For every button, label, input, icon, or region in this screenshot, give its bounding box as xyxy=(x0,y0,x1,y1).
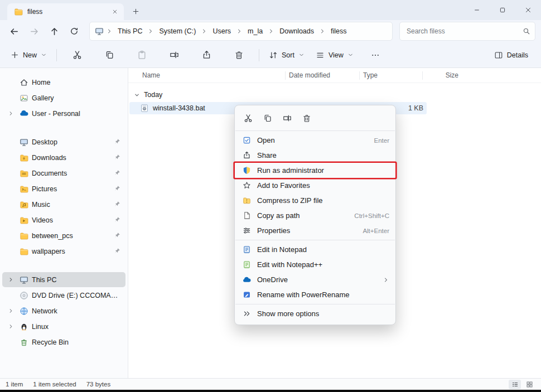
context-menu-item-add-to-favorites[interactable]: Add to Favorites xyxy=(235,178,395,193)
delete-button[interactable] xyxy=(299,110,315,126)
open-icon xyxy=(242,136,251,145)
column-headers: Name Date modified Type Size xyxy=(128,68,541,83)
copy-icon xyxy=(263,114,272,123)
new-button[interactable]: New xyxy=(6,46,52,65)
linux-penguin-icon xyxy=(19,322,28,331)
folder-icon xyxy=(19,215,28,225)
rename-button[interactable] xyxy=(158,46,190,65)
this-pc-icon xyxy=(19,275,28,284)
expand-chevron-icon[interactable] xyxy=(6,275,16,284)
details-pane-button[interactable]: Details xyxy=(489,46,533,65)
sidebar-item-linux[interactable]: Linux xyxy=(2,319,125,334)
folder-icon xyxy=(19,246,28,256)
sidebar-item-pictures[interactable]: Pictures xyxy=(2,181,125,196)
expand-chevron-icon[interactable] xyxy=(6,109,16,118)
search-icon xyxy=(523,27,530,35)
context-menu-item-onedrive[interactable]: OneDrive xyxy=(235,272,395,287)
status-bar: 1 item 1 item selected 73 bytes xyxy=(0,378,541,390)
navigation-pane: Home Gallery User - Personal Desktop xyxy=(0,68,128,378)
sidebar-item-between-pcs[interactable]: between_pcs xyxy=(2,228,125,243)
breadcrumb-item-system-c[interactable]: System (C:) xyxy=(156,26,199,37)
copy-button[interactable] xyxy=(260,110,276,126)
breadcrumb-item-filess[interactable]: filess xyxy=(328,26,349,37)
context-menu-item-open[interactable]: Open Enter xyxy=(235,133,395,148)
tab-close-button[interactable] xyxy=(109,6,120,17)
search-input[interactable] xyxy=(405,27,523,36)
toolbar-divider xyxy=(259,49,259,61)
back-button[interactable] xyxy=(4,22,23,40)
context-menu-item-share[interactable]: Share xyxy=(235,148,395,163)
sidebar-item-videos[interactable]: Videos xyxy=(2,212,125,228)
zip-folder-icon xyxy=(242,196,251,205)
details-view-button[interactable] xyxy=(509,380,521,389)
sidebar-item-dvd-drive[interactable]: DVD Drive (E:) CCCOMA_X64FRE_EN-US xyxy=(2,288,125,303)
batch-file-icon xyxy=(139,104,149,113)
paste-button[interactable] xyxy=(126,46,157,65)
new-tab-button[interactable] xyxy=(128,4,143,18)
sidebar-item-downloads[interactable]: Downloads xyxy=(2,150,125,165)
forward-button[interactable] xyxy=(25,22,44,40)
view-button[interactable]: View xyxy=(311,46,359,65)
rename-button[interactable] xyxy=(279,110,295,126)
sidebar-item-user-personal[interactable]: User - Personal xyxy=(2,106,125,121)
sidebar-item-this-pc[interactable]: This PC xyxy=(2,272,125,287)
context-menu-item-compress-to-zip[interactable]: Compress to ZIP file xyxy=(235,193,395,208)
paste-icon xyxy=(137,50,147,60)
sidebar-item-desktop[interactable]: Desktop xyxy=(2,134,125,149)
more-options-button[interactable] xyxy=(360,46,391,65)
group-header-today[interactable]: Today xyxy=(128,88,541,102)
minimize-button[interactable] xyxy=(464,0,490,20)
breadcrumb-item-this-pc[interactable]: This PC xyxy=(115,26,145,37)
column-header-size[interactable]: Size xyxy=(423,71,462,80)
thumbnail-view-button[interactable] xyxy=(523,380,535,389)
cut-icon xyxy=(73,50,82,60)
sidebar-item-gallery[interactable]: Gallery xyxy=(2,90,125,105)
refresh-button[interactable] xyxy=(65,22,84,40)
context-menu-item-edit-in-notepad[interactable]: Edit in Notepad xyxy=(235,242,395,257)
breadcrumb-item-downloads[interactable]: Downloads xyxy=(277,26,317,37)
desktop-icon xyxy=(19,137,28,147)
chevron-right-icon xyxy=(319,28,326,35)
cut-button[interactable] xyxy=(61,46,93,65)
column-header-date-modified[interactable]: Date modified xyxy=(286,71,360,80)
context-menu-quick-actions xyxy=(235,108,395,129)
context-menu-item-copy-as-path[interactable]: Copy as path Ctrl+Shift+C xyxy=(235,208,395,223)
notepad-icon xyxy=(242,245,251,254)
collapse-chevron-icon xyxy=(134,92,140,98)
expand-chevron-icon[interactable] xyxy=(6,307,16,316)
sort-button[interactable]: Sort xyxy=(264,46,310,65)
context-menu-item-rename-with-powerrename[interactable]: Rename with PowerRename xyxy=(235,287,395,302)
explorer-tab[interactable]: filess xyxy=(7,3,124,20)
column-header-name[interactable]: Name xyxy=(128,71,286,80)
folder-icon xyxy=(19,200,28,209)
context-menu-item-edit-with-notepad-plus-plus[interactable]: Edit with Notepad++ xyxy=(235,257,395,272)
breadcrumb-item-user[interactable]: m_la xyxy=(245,26,265,37)
star-icon xyxy=(242,181,251,190)
maximize-button[interactable] xyxy=(490,0,515,20)
menu-separator xyxy=(235,240,395,240)
copy-button[interactable] xyxy=(94,46,125,65)
sidebar-item-home[interactable]: Home xyxy=(2,75,125,90)
pin-icon xyxy=(114,232,121,239)
sidebar-item-music[interactable]: Music xyxy=(2,197,125,212)
sidebar-item-wallpapers[interactable]: wallpapers xyxy=(2,244,125,259)
pin-icon xyxy=(114,154,121,161)
up-button[interactable] xyxy=(45,22,64,40)
breadcrumb-item-users[interactable]: Users xyxy=(210,26,234,37)
context-menu-item-show-more-options[interactable]: Show more options xyxy=(235,306,395,321)
sidebar-item-documents[interactable]: Documents xyxy=(2,166,125,181)
network-icon xyxy=(19,306,28,316)
share-button[interactable] xyxy=(191,46,222,65)
cut-button[interactable] xyxy=(240,110,256,126)
sidebar-item-recycle-bin[interactable]: Recycle Bin xyxy=(2,335,125,350)
group-label: Today xyxy=(144,91,162,99)
copy-as-path-icon xyxy=(242,211,251,220)
delete-button[interactable] xyxy=(223,46,254,65)
column-header-type[interactable]: Type xyxy=(360,71,423,80)
context-menu-item-properties[interactable]: Properties Alt+Enter xyxy=(235,223,395,238)
pin-icon xyxy=(114,138,121,146)
expand-chevron-icon[interactable] xyxy=(6,322,16,331)
close-button[interactable] xyxy=(515,0,541,20)
context-menu-item-run-as-administrator[interactable]: Run as administrator xyxy=(235,163,395,178)
sidebar-item-network[interactable]: Network xyxy=(2,303,125,318)
